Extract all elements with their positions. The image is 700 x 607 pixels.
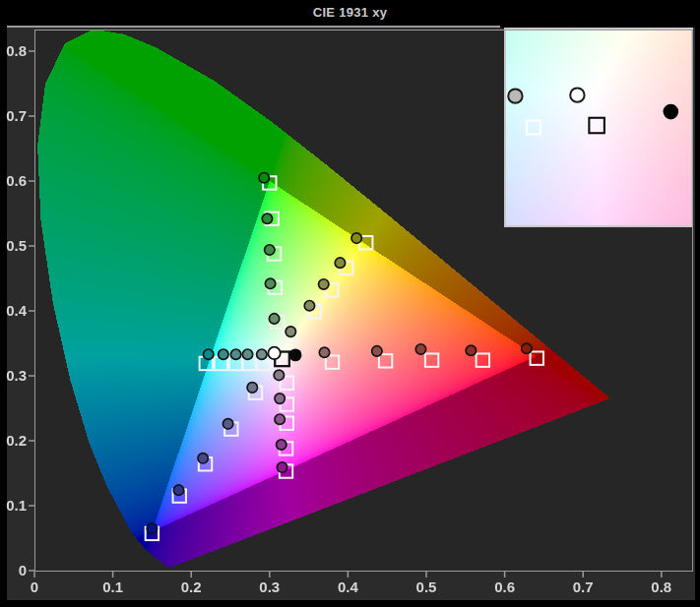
- whitepoint-inset-panel: [504, 28, 693, 227]
- chart-title: CIE 1931 xy: [0, 5, 700, 20]
- titlebar: CIE 1931 xy: [0, 0, 700, 26]
- whitepoint-inset-canvas: [506, 30, 691, 225]
- titlebar-separator: [7, 26, 500, 28]
- cie-chart-window: CIE 1931 xy 00.10.20.30.40.50.60.70.800.…: [0, 0, 700, 607]
